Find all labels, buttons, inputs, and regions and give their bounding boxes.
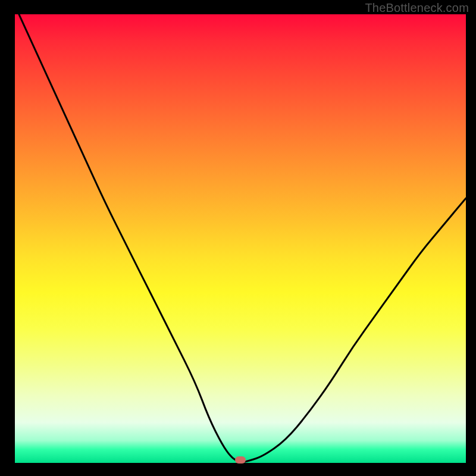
chart-container: TheBottleneck.com [0,0,476,476]
optimum-marker [235,456,246,464]
plot-area [15,14,466,463]
watermark-text: TheBottleneck.com [365,1,469,15]
bottleneck-curve [15,14,466,463]
